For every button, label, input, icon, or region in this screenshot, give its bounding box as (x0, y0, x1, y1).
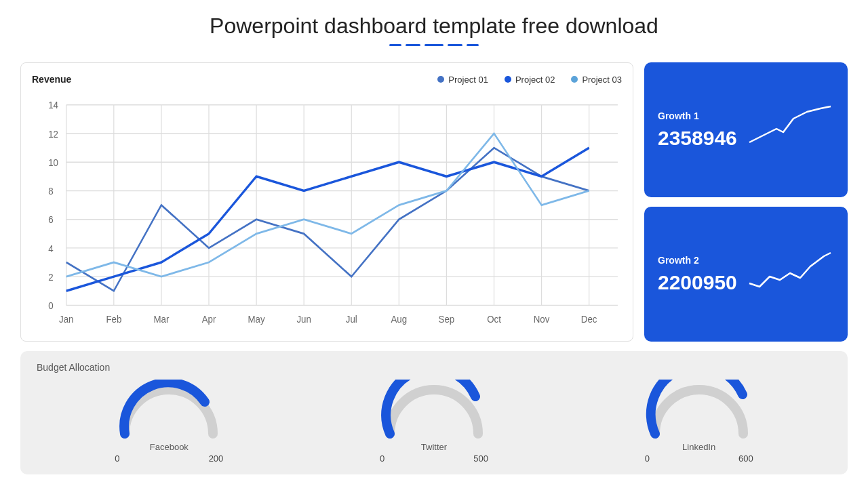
svg-text:Aug: Aug (391, 313, 408, 325)
growth-label-1: Growth 1 (658, 110, 737, 121)
growth-value-1: 2358946 (658, 127, 737, 150)
growth-card-1: Growth 1 2358946 (644, 62, 848, 197)
header: Powerpoint dashboard template free downl… (20, 14, 848, 56)
svg-text:10: 10 (48, 157, 58, 168)
growth-value-2: 2200950 (658, 271, 737, 294)
right-panels: Growth 1 2358946 Growth 2 2200950 (644, 62, 848, 342)
gauge-facebook: Facebook 0 200 (115, 380, 223, 464)
legend-label-project02: Project 02 (515, 75, 555, 85)
svg-text:8: 8 (48, 185, 53, 197)
gauge-twitter-min: 0 (380, 453, 384, 464)
svg-text:12: 12 (48, 128, 58, 140)
growth-chart-1 (746, 105, 834, 155)
svg-text:4: 4 (48, 243, 53, 254)
svg-text:0: 0 (48, 300, 53, 311)
legend-project01: Project 01 (437, 75, 488, 85)
svg-text:6: 6 (48, 214, 53, 225)
gauge-twitter-label: Twitter (421, 442, 447, 452)
legend-dot-project03 (571, 76, 578, 83)
legend-dot-project02 (505, 76, 511, 83)
svg-text:Jan: Jan (59, 313, 73, 325)
svg-text:2: 2 (48, 271, 53, 283)
svg-text:Apr: Apr (202, 313, 216, 325)
header-divider (20, 44, 848, 46)
legend-label-project01: Project 01 (448, 75, 488, 85)
chart-legend: Project 01 Project 02 Project 03 (437, 75, 622, 85)
gauge-facebook-numbers: 0 200 (115, 453, 223, 464)
growth-card-2: Growth 2 2200950 (644, 207, 848, 342)
budget-section: Budget Allocation Facebook 0 200 (20, 351, 848, 474)
svg-text:Jul: Jul (346, 313, 357, 325)
growth-info-1: Growth 1 2358946 (658, 110, 737, 150)
page-title: Powerpoint dashboard template free downl… (20, 14, 848, 39)
legend-project02: Project 02 (505, 75, 555, 85)
chart-title: Revenue (32, 74, 71, 85)
gauge-linkedin-numbers: 0 600 (645, 453, 753, 464)
gauge-linkedin: LinkedIn 0 600 (645, 380, 753, 464)
chart-header: Revenue Project 01 Project 02 Project 03 (32, 74, 622, 85)
budget-title: Budget Allocation (37, 362, 831, 373)
legend-project03: Project 03 (571, 75, 622, 85)
chart-canvas: 14 12 10 8 6 4 2 0 (32, 92, 622, 330)
revenue-chart-section: Revenue Project 01 Project 02 Project 03 (20, 62, 633, 342)
svg-text:Jun: Jun (296, 313, 311, 325)
page: Powerpoint dashboard template free downl… (0, 0, 868, 488)
svg-text:Feb: Feb (106, 313, 121, 325)
svg-text:14: 14 (48, 99, 58, 110)
gauge-linkedin-max: 600 (738, 453, 753, 464)
main-content: Revenue Project 01 Project 02 Project 03 (20, 62, 848, 342)
svg-text:Oct: Oct (487, 313, 501, 325)
svg-text:May: May (248, 313, 266, 325)
growth-label-2: Growth 2 (658, 255, 737, 266)
gauge-linkedin-label: LinkedIn (682, 442, 715, 452)
gauge-linkedin-wrapper (645, 380, 753, 441)
gauge-twitter-numbers: 0 500 (380, 453, 488, 464)
svg-text:Sep: Sep (439, 313, 455, 325)
gauge-facebook-max: 200 (209, 453, 224, 464)
gauge-facebook-label: Facebook (150, 442, 189, 452)
gauges: Facebook 0 200 Twitter 0 (37, 380, 831, 464)
gauge-twitter-wrapper (380, 380, 488, 441)
svg-text:Nov: Nov (534, 313, 550, 325)
legend-label-project03: Project 03 (582, 75, 622, 85)
svg-text:Mar: Mar (153, 313, 169, 325)
gauge-linkedin-min: 0 (645, 453, 650, 464)
growth-chart-2 (746, 249, 834, 300)
svg-text:Dec: Dec (581, 313, 597, 325)
growth-info-2: Growth 2 2200950 (658, 255, 737, 294)
gauge-facebook-min: 0 (115, 453, 119, 464)
gauge-twitter-max: 500 (473, 453, 488, 464)
gauge-twitter: Twitter 0 500 (380, 380, 488, 464)
legend-dot-project01 (437, 76, 444, 83)
gauge-facebook-wrapper (115, 380, 223, 441)
